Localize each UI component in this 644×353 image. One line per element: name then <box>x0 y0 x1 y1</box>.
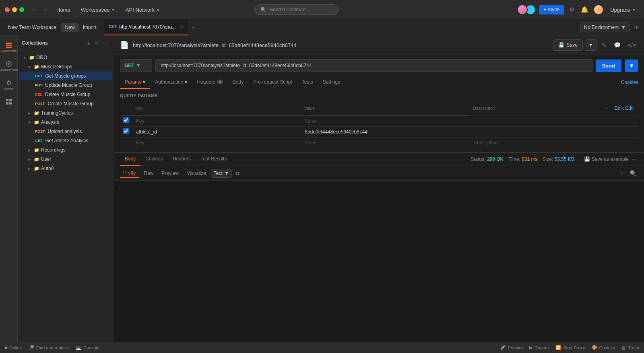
invite-button[interactable]: + Invite <box>539 5 565 14</box>
save-as-example-button[interactable]: 💾 Save as example <box>584 156 629 162</box>
search-bar[interactable]: 🔍 Search Postman <box>254 4 339 15</box>
url-row: GET ▼ Send ▼ <box>114 55 644 76</box>
folder-analysis[interactable]: ▼ 📁 Analysis <box>19 118 112 127</box>
response-tab-test-results[interactable]: Test Results <box>196 153 231 166</box>
format-visualize-button[interactable]: Visualize <box>184 169 209 178</box>
response-area: Body Cookies Headers Test Results Status… <box>114 152 644 342</box>
query-params-section: Query Params Key Value Description ⋯ Bul… <box>114 89 644 152</box>
param-value-checked[interactable] <box>304 117 466 125</box>
find-replace-icon: 🔎 <box>29 345 34 350</box>
new-button[interactable]: New <box>61 23 79 32</box>
tab-body[interactable]: Body <box>228 76 248 89</box>
sidebar-environments-button[interactable]: Environments <box>1 57 17 75</box>
request-get-athlete-analysis[interactable]: GET Get Athlete Analysis <box>19 136 112 145</box>
find-replace-button[interactable]: 🔎 Find and replace <box>29 345 69 350</box>
code-icon-button[interactable]: </> <box>625 39 638 51</box>
folder-trainingcycles[interactable]: ► 📁 TrainingCycles <box>19 109 112 117</box>
response-tab-headers[interactable]: Headers <box>168 153 196 166</box>
request-post-muscle-group[interactable]: POST Create Muscle Group <box>19 99 112 108</box>
tab-pre-request[interactable]: Pre-request Script <box>248 76 297 89</box>
trash-button[interactable]: 🗑 Trash <box>621 345 639 350</box>
request-put-muscle-group[interactable]: PUT Update Muscle Group <box>19 81 112 90</box>
active-tab[interactable]: GET http://localhost:7070/ana... ✕ <box>104 19 188 35</box>
format-preview-button[interactable]: Preview <box>158 169 182 178</box>
send-dropdown-button[interactable]: ▼ <box>625 60 638 72</box>
edit-icon-button[interactable]: ✎ <box>599 39 609 51</box>
recordings-label: Recordings <box>41 147 109 153</box>
console-button[interactable]: 💻 Console <box>76 345 99 350</box>
param-value-empty[interactable] <box>304 139 466 146</box>
cookies-link[interactable]: Cookies <box>621 80 638 85</box>
collection-oro[interactable]: ▼ 📁 ORO <box>19 53 112 62</box>
request-get-muscle-groups[interactable]: GET Get Muscle groups <box>19 72 112 80</box>
runner-button[interactable]: ▶ Runner <box>529 345 549 350</box>
tab-authorization[interactable]: Authorization <box>150 76 192 89</box>
environment-selector[interactable]: No Environment ▼ <box>580 23 630 32</box>
settings-button[interactable]: ⚙ <box>568 4 576 15</box>
param-checkbox-athlete[interactable] <box>123 128 129 134</box>
method-dropdown-icon: ▼ <box>136 63 141 68</box>
folder-auth0[interactable]: ► 📁 Auth0 <box>19 164 112 173</box>
save-dropdown-button[interactable]: ▼ <box>585 39 597 51</box>
param-key-athlete[interactable] <box>135 128 297 135</box>
env-dropdown-icon: ▼ <box>621 25 626 30</box>
environment-panel-toggle[interactable]: 👁 <box>633 23 641 32</box>
home-button[interactable]: Home <box>53 5 74 14</box>
more-response-options[interactable]: ⋯ <box>630 155 638 164</box>
sidebar-explore-button[interactable] <box>1 95 17 108</box>
notifications-button[interactable]: 🔔 <box>579 4 590 15</box>
param-key-empty[interactable] <box>135 139 297 146</box>
import-button[interactable]: Import <box>79 23 101 32</box>
response-tab-cookies[interactable]: Cookies <box>140 153 167 166</box>
language-selector[interactable]: Text ▼ <box>211 169 232 178</box>
param-value-athlete[interactable] <box>304 128 466 135</box>
param-row-athlete-id <box>120 126 638 137</box>
response-tab-body[interactable]: Body <box>120 153 140 166</box>
method-selector[interactable]: GET ▼ <box>120 59 152 72</box>
param-checkbox-checked[interactable] <box>123 117 129 123</box>
analysis-label: Analysis <box>41 119 109 125</box>
upgrade-button[interactable]: Upgrade ▼ <box>607 5 639 14</box>
search-response-button[interactable]: 🔍 <box>628 168 638 178</box>
folder-recordings[interactable]: ► 📁 Recordings <box>19 146 112 154</box>
start-proxy-button[interactable]: 🔁 Start Proxy <box>555 345 585 350</box>
format-pretty-button[interactable]: Pretty <box>120 168 139 178</box>
comment-icon-button[interactable]: 💬 <box>611 39 623 51</box>
request-del-muscle-group[interactable]: DEL Delete Muscle Group <box>19 90 112 99</box>
cookies-button[interactable]: 🍪 Cookies <box>592 345 615 350</box>
param-desc-empty[interactable] <box>473 139 635 146</box>
send-button[interactable]: Send <box>596 60 621 72</box>
close-button[interactable] <box>5 7 10 12</box>
new-tab-button[interactable]: + <box>188 22 198 33</box>
minimize-button[interactable] <box>12 7 17 12</box>
forward-button[interactable]: → <box>40 6 49 14</box>
more-options-button[interactable]: ⋯ <box>102 39 110 47</box>
wrap-lines-button[interactable]: ⇄ <box>233 168 242 178</box>
bulk-edit-button[interactable]: Bulk Edit <box>613 104 635 113</box>
format-raw-button[interactable]: Raw <box>140 169 157 178</box>
sort-collections-button[interactable]: ≡ <box>94 39 99 47</box>
back-button[interactable]: ← <box>30 6 39 14</box>
param-row-checked <box>120 115 638 126</box>
tab-headers[interactable]: Headers 8 <box>192 76 227 89</box>
user-avatar[interactable] <box>593 4 604 15</box>
save-button[interactable]: 💾 Save <box>553 39 583 51</box>
new-collection-button[interactable]: + <box>86 39 91 47</box>
tab-settings[interactable]: Settings <box>318 76 345 89</box>
tab-tests[interactable]: Tests <box>297 76 318 89</box>
request-post-upload-analysis[interactable]: POST Upload analysis <box>19 127 112 136</box>
workspaces-button[interactable]: Workspaces ▼ <box>78 5 118 14</box>
maximize-button[interactable] <box>19 7 24 12</box>
api-network-button[interactable]: API Network ▼ <box>122 5 163 14</box>
postbot-button[interactable]: 🚀 Postbot <box>500 345 523 350</box>
sidebar-collections-button[interactable]: Collections <box>1 39 17 56</box>
url-input[interactable] <box>155 59 592 72</box>
tab-close-icon[interactable]: ✕ <box>180 25 183 29</box>
copy-response-button[interactable]: □ <box>620 168 627 178</box>
tab-params[interactable]: Params <box>120 76 150 89</box>
sidebar-history-button[interactable]: History <box>1 76 17 94</box>
svg-rect-7 <box>6 102 8 105</box>
folder-user[interactable]: ► 📁 User <box>19 155 112 164</box>
param-key-checked[interactable] <box>135 117 297 125</box>
folder-musclegroups[interactable]: ▼ 📁 MuscleGroups <box>19 62 112 71</box>
